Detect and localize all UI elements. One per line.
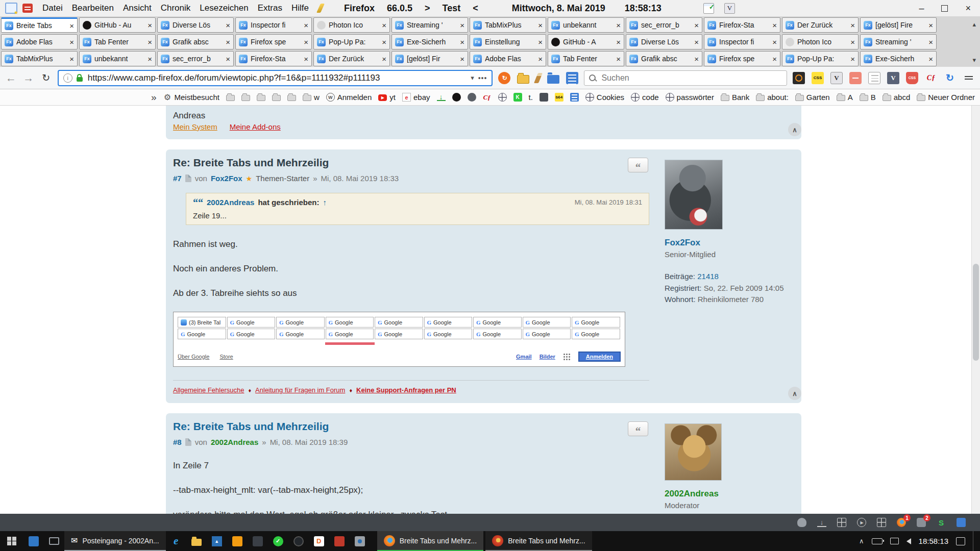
tab[interactable]: Firefox-Sta × [704,17,780,33]
toolbar-icon[interactable] [963,72,975,84]
restore-button[interactable] [941,5,948,12]
bookmark-item[interactable] [468,93,476,102]
tab[interactable]: TabMixPlus × [1,51,78,66]
minimize-button[interactable]: – [919,4,924,13]
taskbar-icon[interactable] [288,531,309,551]
taskbar-icon[interactable] [350,531,370,551]
toolbar-icon[interactable]: ↻ [498,72,510,84]
profile-link[interactable]: Fox2Fox [665,238,796,248]
bookmark-item[interactable] [540,93,548,102]
bookmark-item[interactable]: passwörter [666,93,714,102]
url-input[interactable] [87,72,467,84]
quote-button[interactable]: “ [628,421,648,436]
tab[interactable]: Einstellung × [470,34,546,49]
back-to-top-button[interactable] [788,387,801,400]
bookmark-item[interactable]: ebay [402,93,430,102]
battery-icon[interactable] [872,538,883,544]
tab-close-button[interactable]: × [538,21,543,30]
tab-close-button[interactable]: × [694,55,699,63]
toolbar-icon[interactable] [547,75,559,84]
tab-close-button[interactable]: × [69,55,74,63]
tab[interactable]: Tab Fenter × [548,51,624,66]
bookmark-item[interactable] [437,94,446,101]
tab[interactable]: Firefox spe × [235,34,312,49]
tab-close-button[interactable]: × [226,55,230,63]
tab[interactable]: Firefox-Sta × [235,51,312,66]
v-badge-icon[interactable]: V [724,3,735,14]
bookmark-window-icon[interactable] [5,3,17,14]
bookmark-item[interactable]: A [837,93,853,102]
tab-close-button[interactable]: × [226,21,230,30]
tab-close-button[interactable]: × [772,38,777,46]
tab-close-button[interactable]: × [460,55,464,63]
taskbar-icon[interactable]: ✓ [268,531,288,551]
lock-icon[interactable] [77,77,83,82]
page-scrollbar[interactable] [971,106,980,514]
status-icon[interactable]: 1 [896,517,907,528]
menu-item[interactable]: Ansicht [118,2,156,15]
toolbar-icon[interactable] [868,72,880,84]
tab[interactable]: GitHub - Au × [79,17,156,33]
toolbar-icon[interactable] [793,72,805,84]
tab-close-button[interactable]: × [850,21,855,30]
tab[interactable]: Grafik absc × [157,34,234,49]
toolbar-icon[interactable]: V [830,72,843,84]
bookmark-item[interactable] [452,93,461,102]
tab[interactable]: Streaming ' × [391,17,468,33]
toolbar-icon[interactable] [566,72,578,84]
tab-close-button[interactable]: × [148,21,152,30]
bookmark-item[interactable]: Neuer Ordner [917,93,975,102]
tab-close-button[interactable]: × [694,21,699,30]
status-icon[interactable] [856,517,867,528]
tab-close-button[interactable]: × [538,38,543,46]
tab-close-button[interactable]: × [69,38,74,46]
taskbar-icon[interactable] [207,531,227,551]
post-number-link[interactable]: #7 [173,174,182,183]
tab[interactable]: Pop-Up Pa: × [782,51,859,66]
tab-close-button[interactable]: × [616,38,621,46]
bookmark-item[interactable] [272,93,281,101]
status-icon[interactable] [836,517,847,528]
tab-close-button[interactable]: × [460,21,464,30]
taskbar-icon[interactable] [248,531,268,551]
tab-close-button[interactable]: × [69,21,74,30]
action-center-icon[interactable] [956,537,965,545]
clock[interactable]: 18:58:13 [919,537,948,545]
toolbar-icon[interactable] [849,72,862,84]
tab[interactable]: sec_error_b × [157,51,234,66]
tab-close-button[interactable]: × [382,38,386,46]
tab-close-button[interactable]: × [304,38,308,46]
tab[interactable]: Exe-Sicherh × [391,34,468,49]
menu-item[interactable]: Hilfe [287,2,313,15]
quote-jump-link[interactable]: ↑ [323,198,327,207]
grid-app-icon[interactable] [22,4,33,13]
post-doc-icon[interactable] [185,174,191,182]
author-link[interactable]: Fox2Fox [211,174,242,183]
bookmark-item[interactable]: Bank [721,93,749,102]
tab-close-button[interactable]: × [460,38,464,46]
post-doc-icon[interactable] [185,438,191,446]
search-input[interactable] [600,73,782,83]
menu-item[interactable]: Datei [38,2,67,15]
anleitung-link[interactable]: Anleitung für Fragen im Forum [255,386,345,394]
status-icon[interactable] [796,517,807,528]
toolbar-icon[interactable] [534,73,543,83]
tab-close-button[interactable]: × [850,38,855,46]
bookmark-item[interactable]: B [860,93,876,102]
author-link[interactable]: 2002Andreas [211,438,258,446]
keine-pn-link[interactable]: Keine Support-Anfragen per PN [356,386,456,394]
url-dropdown-icon[interactable] [471,74,474,82]
scrollbar-thumb[interactable] [973,264,979,361]
menu-item[interactable]: Lesezeichen [195,2,253,15]
tab-close-button[interactable]: × [382,55,386,63]
tab[interactable]: Photon Ico × [313,17,390,33]
bookmark-item[interactable] [570,93,579,102]
tab[interactable]: sec_error_b × [626,17,702,33]
status-icon[interactable] [955,517,967,528]
menu-item[interactable]: Chronik [156,2,195,15]
post-title[interactable]: Re: Breite Tabs und Mehrzeilig [173,420,649,433]
mail-taskbar-button[interactable]: Posteingang - 2002An... [64,531,166,551]
bookmark-item[interactable]: abcd [883,93,911,102]
bookmark-item[interactable]: about: [756,93,789,102]
network-icon[interactable] [890,538,899,544]
